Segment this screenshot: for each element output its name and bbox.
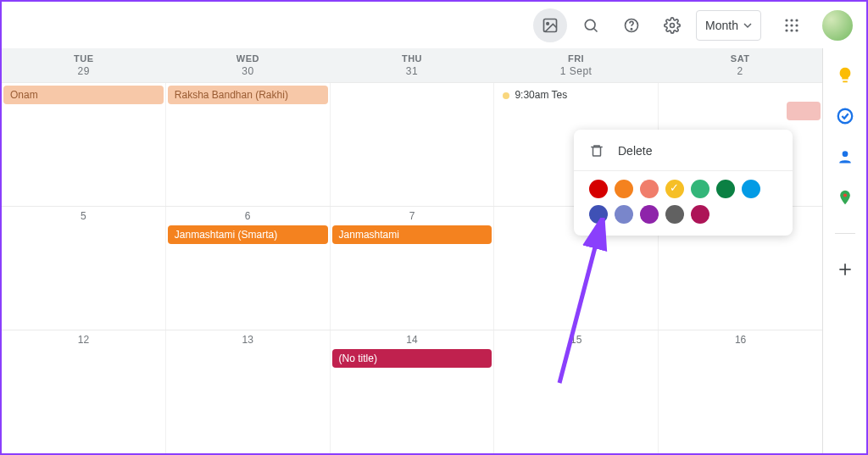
day-number: 6 [166,210,330,222]
view-selector-label: Month [705,19,738,32]
event-chip[interactable]: Janmashtami (Smarta) [168,225,328,244]
add-addon-icon[interactable] [835,259,855,280]
color-swatch[interactable] [615,205,633,224]
day-number: 14 [331,334,494,346]
day-number: 7 [331,210,494,222]
contacts-icon[interactable] [835,147,855,167]
svg-line-3 [594,28,598,31]
top-header: Month [2,2,866,48]
chevron-down-icon [743,21,752,30]
day-number: 16 [659,334,822,346]
day-number: 12 [2,334,165,346]
svg-point-19 [842,151,848,157]
day-cell[interactable]: 15 [494,330,659,453]
day-header: WED30 [166,48,331,82]
svg-point-14 [790,29,793,31]
day-header: FRI1 Sept [494,48,659,82]
event-chip[interactable]: (No title) [332,349,492,368]
svg-point-5 [631,28,632,29]
color-swatch[interactable] [589,205,608,224]
color-swatch[interactable] [640,180,659,198]
svg-point-1 [547,22,549,25]
delete-label: Delete [618,144,652,158]
day-cell[interactable]: 13 [166,330,331,453]
day-cell[interactable]: Raksha Bandhan (Rakhi) [166,83,331,206]
color-swatch[interactable] [665,205,684,224]
settings-gear-icon[interactable] [655,8,689,42]
side-panel [822,48,866,453]
svg-point-10 [785,24,787,26]
day-cell[interactable]: 6Janmashtami (Smarta) [166,207,331,330]
color-swatch[interactable] [716,180,735,198]
color-swatch[interactable] [691,205,709,224]
svg-rect-16 [593,147,601,157]
avatar[interactable] [822,10,853,41]
color-swatch[interactable] [589,180,608,198]
day-number: 5 [2,210,165,222]
day-number: 13 [166,334,330,346]
maps-icon[interactable] [835,187,855,208]
calendar-grid: TUE29WED30THU31FRI1 SeptSAT2 OnamRaksha … [2,48,822,453]
day-cell[interactable]: 5 [2,207,166,330]
day-cell[interactable]: Onam [2,83,166,206]
day-cell[interactable] [331,83,495,206]
color-swatch[interactable] [615,180,633,198]
svg-point-9 [795,19,798,21]
svg-point-2 [585,19,595,30]
svg-point-7 [785,19,787,21]
event-chip[interactable]: Onam [3,86,164,104]
svg-point-8 [790,19,793,21]
search-icon[interactable] [574,8,608,42]
color-swatch[interactable] [742,180,760,198]
keep-icon[interactable] [835,65,855,86]
svg-point-15 [795,29,798,31]
day-cell[interactable]: 12 [2,330,166,453]
view-selector[interactable]: Month [696,10,761,41]
day-cell[interactable]: 16 [659,330,822,453]
trash-icon [589,143,604,158]
svg-point-20 [843,193,846,197]
color-swatch[interactable] [691,180,709,198]
day-header: SAT2 [658,48,822,82]
day-cell[interactable]: 14(No title) [331,330,495,453]
tasks-icon[interactable] [835,106,855,126]
day-number: 15 [494,334,658,346]
image-upload-icon[interactable] [533,8,567,42]
help-icon[interactable] [615,8,648,42]
event-chip[interactable]: Janmashtami [332,225,492,244]
color-swatch[interactable] [665,180,684,198]
event-chip[interactable] [787,102,821,120]
svg-point-12 [795,24,798,26]
apps-grid-icon[interactable] [775,8,809,42]
svg-point-11 [790,24,793,26]
delete-button[interactable]: Delete [574,136,793,165]
color-swatch-grid [574,180,793,224]
event-chip[interactable]: 9:30am Tes [496,86,656,104]
day-header: THU31 [330,48,494,82]
svg-point-13 [785,29,787,31]
event-color-popover: Delete [574,130,793,236]
day-header: TUE29 [2,48,166,82]
svg-point-6 [670,23,675,27]
event-chip[interactable]: Raksha Bandhan (Rakhi) [168,86,328,104]
day-cell[interactable]: 7Janmashtami [331,207,495,330]
color-swatch[interactable] [640,205,659,224]
